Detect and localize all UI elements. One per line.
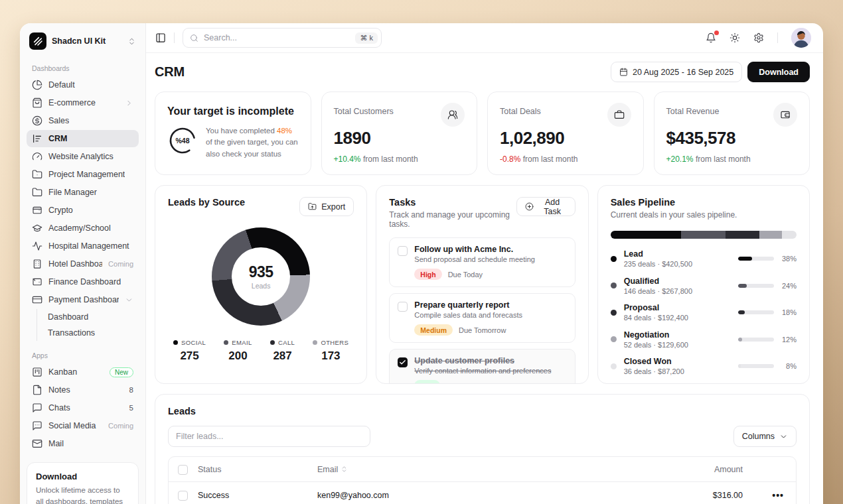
- download-promo-card: Download Unlock lifetime access to all d…: [27, 462, 139, 504]
- chevron-down-icon: [125, 296, 133, 304]
- chart-lines-icon: [32, 133, 42, 144]
- export-button[interactable]: Export: [299, 197, 354, 216]
- sidebar-item-hotel[interactable]: Hotel Dashboard Coming: [27, 255, 139, 273]
- sidebar-item-finance[interactable]: Finance Dashboard: [27, 273, 139, 290]
- sidebar-subitem-transactions[interactable]: Transactions: [42, 325, 139, 341]
- sidebar-item-website-analytics[interactable]: Website Analytics: [27, 148, 139, 165]
- sidebar-item-notes[interactable]: Notes 8: [27, 381, 139, 399]
- panel-left-icon: [155, 32, 166, 43]
- notifications-button[interactable]: [706, 32, 716, 43]
- finance-card-icon: [32, 277, 42, 287]
- sidebar-item-payment[interactable]: Payment Dashboard: [27, 291, 139, 308]
- activity-icon: [32, 241, 42, 251]
- stats-row: Your target is incomplete %48 You have c…: [155, 92, 810, 175]
- table-row[interactable]: Success ken99@yahoo.com $316.00 •••: [169, 481, 796, 504]
- task-item: Follow up with Acme Inc. Send proposal a…: [389, 237, 575, 287]
- sidebar-item-social-media[interactable]: Social Media Coming: [27, 417, 139, 434]
- row-actions-button[interactable]: •••: [772, 490, 784, 501]
- sidebar-item-kanban[interactable]: Kanban New: [27, 363, 139, 381]
- task-checkbox[interactable]: [398, 302, 408, 312]
- date-range-button[interactable]: 20 Aug 2025 - 16 Sep 2025: [611, 62, 742, 82]
- filter-leads-input[interactable]: [168, 426, 370, 447]
- add-task-button[interactable]: Add Task: [516, 197, 575, 216]
- stack-segment-closed-won: [782, 231, 797, 239]
- topbar-divider-2: [777, 32, 778, 43]
- legend-dot: [313, 340, 317, 345]
- sidebar-item-crm[interactable]: CRM: [27, 130, 139, 147]
- file-icon: [32, 385, 42, 395]
- download-promo-text: Unlock lifetime access to all dashboards…: [36, 485, 129, 504]
- page-title: CRM: [155, 64, 185, 80]
- sidebar-item-default[interactable]: Default: [27, 76, 139, 94]
- column-amount: Amount: [650, 465, 743, 474]
- leads-donut-chart: 935 Leads: [212, 227, 310, 326]
- target-title: Your target is incomplete: [167, 105, 299, 117]
- shopping-bag-icon: [32, 97, 42, 108]
- settings-button[interactable]: [753, 32, 764, 43]
- sales-pipeline-panel: Sales Pipeline Current deals in your sal…: [597, 185, 810, 384]
- sidebar-item-file-manager[interactable]: File Manager: [27, 184, 139, 201]
- task-checkbox[interactable]: [398, 246, 408, 256]
- sidebar: Shadcn UI Kit Dashboards Default E-comme…: [20, 23, 146, 504]
- sort-icon: [341, 466, 348, 473]
- brand-name: Shadcn UI Kit: [52, 36, 122, 46]
- sidebar-item-academy[interactable]: Academy/School: [27, 220, 139, 237]
- stat-card-customers: Total Customers 1890 +10.4% from last mo…: [321, 92, 478, 175]
- target-card: Your target is incomplete %48 You have c…: [155, 92, 311, 175]
- theme-toggle-button[interactable]: [729, 32, 740, 43]
- select-all-checkbox[interactable]: [178, 465, 188, 475]
- topbar: ⌘ k: [146, 23, 823, 53]
- priority-badge: Medium: [414, 324, 453, 336]
- task-item: Prepare quarterly report Compile sales d…: [389, 293, 575, 343]
- wallet-card-icon: [32, 205, 42, 216]
- tasks-title: Tasks: [389, 197, 516, 208]
- sidebar-section-apps: Apps: [27, 341, 139, 363]
- column-email-sort[interactable]: Email: [317, 465, 650, 474]
- briefcase-icon: [607, 103, 631, 127]
- stack-segment-proposal: [726, 231, 759, 239]
- cell-email: ken99@yahoo.com: [317, 491, 650, 500]
- leads-table: Status Email Amount Success ken99@yahoo.…: [168, 456, 797, 504]
- download-button[interactable]: Download: [747, 62, 810, 82]
- search-input[interactable]: [204, 33, 350, 42]
- due-label: Due Today: [448, 271, 483, 279]
- chevrons-up-down-icon[interactable]: [127, 37, 136, 46]
- pipeline-title: Sales Pipeline: [611, 197, 797, 208]
- sidebar-toggle-button[interactable]: [155, 32, 166, 43]
- leads-controls: Columns: [168, 426, 797, 447]
- calendar-icon: [619, 68, 628, 76]
- search-shortcut: ⌘ k: [355, 32, 378, 44]
- search-box[interactable]: ⌘ k: [183, 28, 382, 48]
- credit-card-icon: [32, 294, 42, 305]
- sidebar-item-sales[interactable]: Sales: [27, 112, 139, 129]
- avatar-illustration: [791, 28, 811, 48]
- download-promo-title: Download: [36, 472, 129, 481]
- users-icon: [441, 103, 465, 127]
- sidebar-item-hospital[interactable]: Hospital Management: [27, 237, 139, 255]
- sidebar-item-crypto[interactable]: Crypto: [27, 202, 139, 219]
- brand-switcher[interactable]: Shadcn UI Kit: [27, 30, 139, 58]
- panels-row: Leads by Source Export 935 Leads: [155, 185, 810, 384]
- sidebar-item-mail[interactable]: Mail: [27, 435, 139, 452]
- stage-dot: [611, 256, 617, 262]
- user-avatar[interactable]: [791, 28, 811, 48]
- pipeline-subtitle: Current deals in your sales pipeline.: [611, 210, 797, 220]
- due-label: Due Tomorrow: [459, 326, 506, 334]
- cell-status: Success: [198, 491, 317, 500]
- leads-by-source-title: Leads by Source: [168, 197, 245, 208]
- sidebar-item-ecommerce[interactable]: E-commerce: [27, 94, 139, 111]
- message-dots-icon: [32, 420, 42, 431]
- legend-item-others: OTHERS 173: [313, 339, 348, 363]
- folder-export-icon: [308, 202, 317, 211]
- pipeline-stage-list: Lead235 deals · $420,500 38% Qualified14…: [611, 249, 797, 375]
- sidebar-item-project-management[interactable]: Project Management: [27, 166, 139, 183]
- topbar-actions: [706, 28, 811, 48]
- sidebar-item-chats[interactable]: Chats 5: [27, 399, 139, 416]
- dollar-circle-icon: [32, 115, 42, 126]
- columns-button[interactable]: Columns: [733, 426, 797, 447]
- row-checkbox[interactable]: [178, 491, 188, 501]
- sidebar-subitem-dashboard[interactable]: Dashboard: [42, 309, 139, 325]
- legend-item-social: SOCIAL 275: [173, 339, 206, 363]
- stage-progress: [738, 338, 774, 342]
- task-checkbox-checked[interactable]: [398, 357, 408, 367]
